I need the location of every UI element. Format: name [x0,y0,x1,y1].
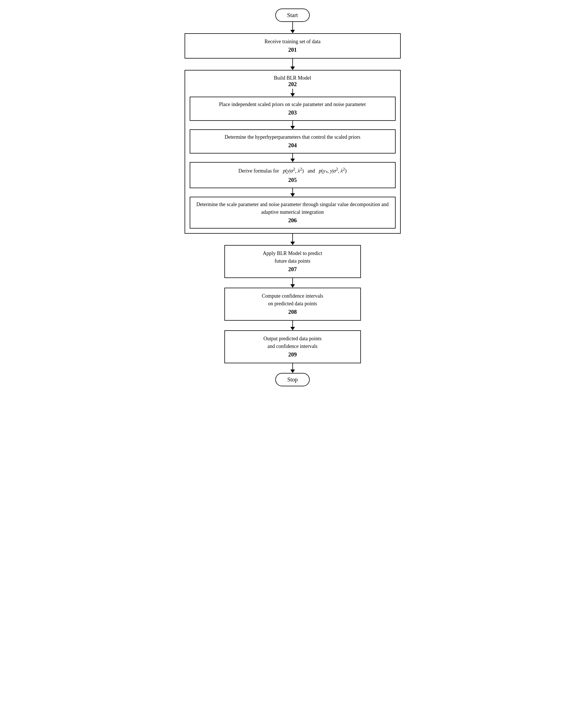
inner-arrow-3 [190,154,396,162]
arrow-line [292,121,293,126]
step-201: Receive training set of data 201 [184,33,401,58]
arrow-head [290,126,295,129]
step-202-title: Build BLR Model 202 [190,75,396,87]
stop-label: Stop [287,376,298,383]
arrow-head [290,193,295,197]
arrow-head [290,284,295,288]
step-209-ref: 209 [288,352,297,358]
step-202-text: Build BLR Model [274,75,311,81]
step-207: Apply BLR Model to predictfuture data po… [224,245,361,278]
arrow-head [290,159,295,162]
arrow-head [290,327,295,330]
outer-box-blr: Build BLR Model 202 Place independent sc… [184,70,401,234]
step-202-ref: 202 [288,81,297,87]
inner-arrow-2 [190,121,396,129]
step-207-ref: 207 [288,266,297,272]
arrow-head [290,30,295,33]
arrow-line [292,363,293,369]
step-208-text: Compute confidence intervalson predicted… [262,293,323,307]
step-206-ref: 206 [288,217,297,224]
step-205-text: Derive formulas for p(y|σ2, λ2) and p(y*… [238,168,347,174]
step-205: Derive formulas for p(y|σ2, λ2) and p(y*… [190,162,396,188]
step-207-text: Apply BLR Model to predictfuture data po… [263,251,322,264]
step-204-ref: 204 [288,142,297,148]
step-206-text: Determine the scale parameter and noise … [196,202,388,215]
flowchart: Start Receive training set of data 201 B… [184,8,401,720]
step-203-ref: 203 [288,109,297,116]
step-205-ref: 205 [288,177,297,183]
arrow-line [292,188,293,193]
arrow-line [292,278,293,284]
arrow-line [292,58,293,67]
step-209-text: Output predicted data pointsand confiden… [263,336,321,349]
step-209: Output predicted data pointsand confiden… [224,330,361,363]
step-208-ref: 208 [288,309,297,315]
arrow-line [292,22,293,30]
arrow-line [292,234,293,242]
arrow-line [292,89,293,93]
step-204-text: Determine the hyperhyperparameters that … [225,134,360,140]
arrow-1 [184,22,401,33]
step-203-text: Place independent scaled priors on scale… [219,102,366,107]
arrow-head [290,67,295,70]
step-201-text: Receive training set of data [264,38,321,44]
arrow-5 [184,321,401,330]
inner-arrow-4 [190,188,396,197]
arrow-line [292,321,293,327]
step-201-ref: 201 [288,47,297,53]
start-terminal: Start [275,8,310,22]
arrow-head [290,369,295,373]
start-label: Start [287,12,298,18]
step-206: Determine the scale parameter and noise … [190,197,396,229]
step-208: Compute confidence intervalson predicted… [224,288,361,321]
step-203: Place independent scaled priors on scale… [190,97,396,121]
arrow-head [290,93,295,97]
arrow-3 [184,234,401,245]
step-205-math: p [283,168,285,174]
step-204: Determine the hyperhyperparameters that … [190,129,396,154]
arrow-head [290,242,295,245]
arrow-2 [184,58,401,70]
arrow-4 [184,278,401,288]
arrow-line [292,154,293,159]
stop-terminal: Stop [275,373,310,386]
arrow-6 [184,363,401,373]
inner-arrow-1 [190,89,396,97]
